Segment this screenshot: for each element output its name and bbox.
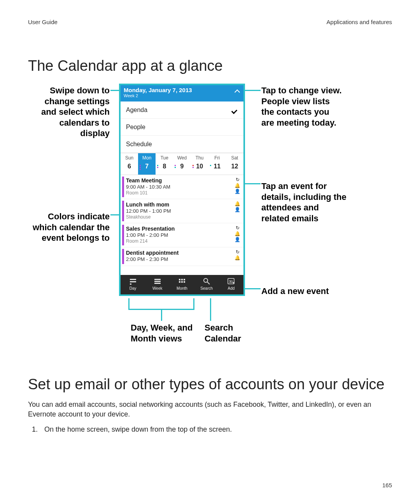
checkmark-icon bbox=[232, 123, 239, 130]
event-indicator-icons: ↻🔔 bbox=[234, 250, 240, 260]
view-option-people[interactable]: People bbox=[121, 119, 243, 136]
event-indicator-icons: ↻🔔👤 bbox=[234, 226, 240, 242]
repeat-icon: ↻ bbox=[236, 226, 240, 230]
svg-line-13 bbox=[207, 282, 210, 284]
event-title: Team Meeting bbox=[126, 177, 240, 184]
week-strip: Sun6 Mon7 Tue8 Wed9 Thu10 Fri11 Sat12 bbox=[121, 153, 243, 175]
phone-screenshot: Monday, January 7, 2013 Week 2 Agenda Pe… bbox=[119, 84, 245, 296]
event-time: 12:00 PM - 1:00 PM bbox=[126, 208, 240, 214]
callout-day-week-month: Day, Week, and Month views bbox=[131, 322, 197, 344]
event-time: 2:00 PM - 2:30 PM bbox=[126, 256, 240, 262]
event-time: 1:00 PM - 2:00 PM bbox=[126, 232, 240, 238]
event-item[interactable]: Lunch with mom 12:00 PM - 1:00 PM Steakh… bbox=[121, 199, 243, 223]
day-cell-sun[interactable]: Sun6 bbox=[121, 153, 138, 175]
tab-label: Day bbox=[130, 286, 136, 290]
tab-label: Month bbox=[177, 286, 187, 290]
view-option-label: Schedule bbox=[126, 141, 152, 147]
event-title: Sales Presentation bbox=[126, 226, 240, 232]
callout-search-calendar: Search Calendar bbox=[205, 322, 263, 344]
svg-rect-11 bbox=[184, 281, 185, 283]
day-cell-wed[interactable]: Wed9 bbox=[173, 153, 191, 175]
checkmark-icon bbox=[232, 106, 239, 113]
event-location: Room 101 bbox=[126, 190, 240, 196]
event-color-bar bbox=[122, 201, 124, 221]
checkmark-icon bbox=[232, 140, 239, 147]
tab-day[interactable]: Day bbox=[121, 275, 145, 294]
person-icon: 👤 bbox=[234, 189, 240, 194]
bottom-tab-bar: Day Week Month Search 31 Add bbox=[121, 275, 243, 294]
event-list: Team Meeting 9:00 AM - 10:30 AM Room 101… bbox=[121, 175, 243, 266]
svg-rect-3 bbox=[154, 279, 161, 280]
callout-add-event: Add a new event bbox=[261, 286, 343, 297]
section-title-accounts: Set up email or other types of accounts … bbox=[28, 376, 392, 393]
event-item[interactable]: Team Meeting 9:00 AM - 10:30 AM Room 101… bbox=[121, 175, 243, 199]
month-view-icon bbox=[178, 277, 186, 285]
callout-swipe-settings: Swipe down to change settings and select… bbox=[28, 85, 110, 139]
event-color-bar bbox=[122, 225, 124, 245]
repeat-icon: ↻ bbox=[236, 250, 240, 254]
day-view-icon bbox=[129, 277, 137, 285]
event-location: Steakhouse bbox=[126, 214, 240, 220]
person-icon: 👤 bbox=[234, 207, 240, 212]
tab-month[interactable]: Month bbox=[170, 275, 194, 294]
event-location: Room 214 bbox=[126, 238, 240, 244]
view-chooser: Agenda People Schedule bbox=[121, 102, 243, 153]
svg-rect-10 bbox=[181, 281, 183, 283]
header-date: Monday, January 7, 2013 bbox=[124, 87, 240, 93]
week-view-icon bbox=[154, 277, 161, 285]
view-option-schedule[interactable]: Schedule bbox=[121, 136, 243, 153]
callout-tap-event: Tap an event for details, including the … bbox=[261, 181, 347, 224]
view-option-label: People bbox=[126, 124, 145, 130]
bell-icon: 🔔 bbox=[234, 201, 240, 206]
svg-rect-6 bbox=[179, 279, 180, 280]
svg-rect-4 bbox=[154, 281, 161, 282]
step-1: On the home screen, swipe down from the … bbox=[40, 425, 392, 434]
callout-tap-view: Tap to change view. People view lists th… bbox=[261, 85, 343, 128]
svg-rect-1 bbox=[130, 281, 136, 282]
event-title: Lunch with mom bbox=[126, 201, 240, 208]
calendar-header[interactable]: Monday, January 7, 2013 Week 2 bbox=[121, 85, 243, 102]
bracket-dwm bbox=[128, 298, 194, 310]
day-cell-mon[interactable]: Mon7 bbox=[138, 153, 156, 175]
accounts-steps: On the home screen, swipe down from the … bbox=[40, 425, 392, 434]
repeat-icon: ↻ bbox=[236, 177, 240, 182]
tab-search[interactable]: Search bbox=[194, 275, 219, 294]
view-option-agenda[interactable]: Agenda bbox=[121, 102, 243, 119]
tab-week[interactable]: Week bbox=[145, 275, 170, 294]
leader-tapview bbox=[245, 90, 261, 91]
bell-icon: 🔔 bbox=[234, 256, 240, 260]
event-indicator-icons: 🔔👤 bbox=[234, 201, 240, 212]
add-event-icon: 31 bbox=[227, 277, 235, 285]
leader-search bbox=[210, 298, 211, 321]
leader-add bbox=[245, 288, 261, 289]
day-cell-fri[interactable]: Fri11 bbox=[208, 153, 226, 175]
header-week: Week 2 bbox=[124, 93, 240, 98]
page-number: 165 bbox=[382, 482, 392, 488]
callout-colors: Colors indicate which calendar the event… bbox=[28, 211, 110, 243]
calendar-diagram: Swipe down to change settings and select… bbox=[28, 84, 392, 364]
tab-add[interactable]: 31 Add bbox=[219, 275, 243, 294]
day-cell-thu[interactable]: Thu10 bbox=[191, 153, 208, 175]
svg-rect-0 bbox=[130, 279, 136, 280]
day-cell-tue[interactable]: Tue8 bbox=[156, 153, 173, 175]
chevron-up-icon[interactable] bbox=[234, 88, 240, 94]
person-icon: 👤 bbox=[234, 237, 240, 242]
bell-icon: 🔔 bbox=[234, 231, 240, 236]
event-item[interactable]: Dentist appointment 2:00 PM - 2:30 PM ↻🔔 bbox=[121, 247, 243, 266]
svg-point-12 bbox=[204, 278, 208, 282]
svg-rect-9 bbox=[179, 281, 180, 283]
tab-label: Add bbox=[228, 286, 235, 290]
svg-text:31: 31 bbox=[229, 280, 233, 284]
svg-rect-8 bbox=[184, 279, 185, 280]
day-cell-sat[interactable]: Sat12 bbox=[226, 153, 243, 175]
tab-label: Search bbox=[200, 286, 213, 290]
event-time: 9:00 AM - 10:30 AM bbox=[126, 184, 240, 190]
view-option-label: Agenda bbox=[126, 107, 147, 113]
accounts-paragraph: You can add email accounts, social netwo… bbox=[28, 400, 392, 419]
event-item[interactable]: Sales Presentation 1:00 PM - 2:00 PM Roo… bbox=[121, 223, 243, 247]
header-right: Applications and features bbox=[327, 19, 392, 25]
tab-label: Week bbox=[152, 286, 162, 290]
svg-rect-2 bbox=[130, 284, 131, 285]
svg-rect-5 bbox=[154, 283, 161, 284]
event-color-bar bbox=[122, 249, 124, 264]
